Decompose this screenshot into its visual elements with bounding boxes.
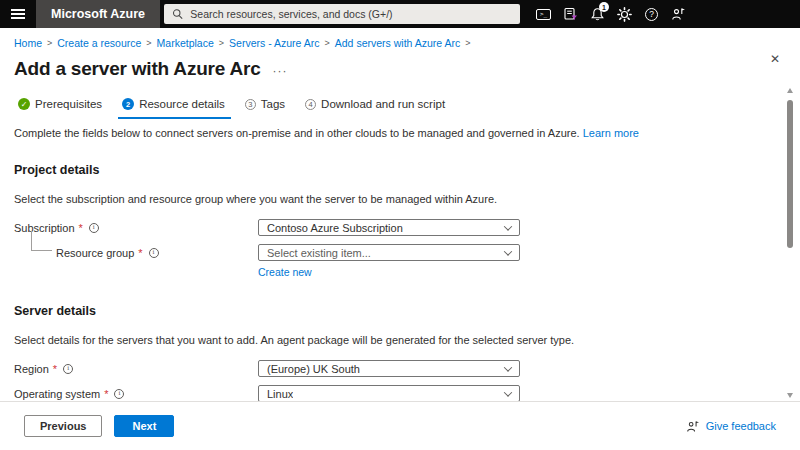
step-label: Tags xyxy=(261,98,285,110)
chevron-down-icon xyxy=(504,247,512,255)
intro-sentence: Complete the fields below to connect ser… xyxy=(14,127,580,139)
close-icon[interactable]: ✕ xyxy=(770,52,780,66)
previous-button[interactable]: Previous xyxy=(24,415,102,437)
region-field-row: Region* i (Europe) UK South xyxy=(14,360,786,377)
brand-title[interactable]: Microsoft Azure xyxy=(36,0,160,28)
learn-more-link[interactable]: Learn more xyxy=(583,127,639,139)
intro-text: Complete the fields below to connect ser… xyxy=(14,127,786,139)
resource-group-field-row: Resource group* i Select existing item..… xyxy=(14,244,786,261)
tab-prerequisites[interactable]: ✓ Prerequisites xyxy=(14,96,108,119)
step-label: Prerequisites xyxy=(35,98,102,110)
tab-tags[interactable]: 3 Tags xyxy=(241,96,291,119)
project-details-heading: Project details xyxy=(14,163,786,177)
breadcrumb-add-servers-with-azure-arc[interactable]: Add servers with Azure Arc xyxy=(335,37,460,49)
top-bar: Microsoft Azure >_ 1 ? xyxy=(0,0,800,28)
chevron-down-icon xyxy=(504,222,512,230)
info-icon[interactable]: i xyxy=(114,389,124,399)
required-asterisk: * xyxy=(104,388,108,400)
required-asterisk: * xyxy=(79,222,83,234)
feedback-button[interactable] xyxy=(665,1,692,27)
directories-subscriptions-button[interactable] xyxy=(557,1,584,27)
server-details-description: Select details for the servers that you … xyxy=(14,334,786,346)
global-search[interactable] xyxy=(164,4,520,24)
chevron-down-icon xyxy=(504,363,512,371)
breadcrumb-marketplace[interactable]: Marketplace xyxy=(157,37,214,49)
breadcrumb-separator: > xyxy=(219,38,224,48)
tree-connector-line xyxy=(31,231,52,251)
breadcrumb-create-a-resource[interactable]: Create a resource xyxy=(57,37,141,49)
breadcrumb-servers-azure-arc[interactable]: Servers - Azure Arc xyxy=(229,37,319,49)
info-icon[interactable]: i xyxy=(149,248,159,258)
subscription-value: Contoso Azure Subscription xyxy=(267,222,403,234)
scrollbar-track[interactable] xyxy=(785,93,795,393)
feedback-person-icon xyxy=(686,420,700,433)
breadcrumb-separator: > xyxy=(325,38,330,48)
tab-resource-details[interactable]: 2 Resource details xyxy=(118,96,231,119)
operating-system-dropdown[interactable]: Linux xyxy=(258,385,520,402)
scroll-down-arrow-icon[interactable] xyxy=(787,393,793,398)
cloud-shell-icon: >_ xyxy=(536,9,551,20)
help-button[interactable]: ? xyxy=(638,1,665,27)
breadcrumb-separator: > xyxy=(146,38,151,48)
breadcrumb-separator: > xyxy=(47,38,52,48)
gear-icon xyxy=(617,7,632,22)
resource-group-dropdown[interactable]: Select existing item... xyxy=(258,244,520,261)
operating-system-field-row: Operating system* i Linux xyxy=(14,385,786,402)
operating-system-label: Operating system* i xyxy=(14,388,258,400)
region-label: Region* i xyxy=(14,363,258,375)
cloud-shell-button[interactable]: >_ xyxy=(530,1,557,27)
notifications-button[interactable]: 1 xyxy=(584,1,611,27)
step-label: Download and run script xyxy=(321,98,445,110)
next-button[interactable]: Next xyxy=(114,415,174,437)
step-number: 3 xyxy=(245,99,256,110)
info-icon[interactable]: i xyxy=(63,364,73,374)
wizard-steps: ✓ Prerequisites 2 Resource details 3 Tag… xyxy=(0,80,800,119)
subscription-field-row: Subscription* i Contoso Azure Subscripti… xyxy=(14,219,786,236)
give-feedback-link[interactable]: Give feedback xyxy=(686,420,776,433)
vertical-scrollbar xyxy=(785,88,795,398)
project-details-fields: Subscription* i Contoso Azure Subscripti… xyxy=(14,219,786,280)
chevron-down-icon xyxy=(504,388,512,396)
step-number: 4 xyxy=(305,99,316,110)
breadcrumb-separator: > xyxy=(465,38,470,48)
directory-filter-icon xyxy=(563,7,578,21)
hamburger-menu-icon[interactable] xyxy=(0,0,36,28)
azure-portal: Microsoft Azure >_ 1 ? xyxy=(0,0,800,450)
required-asterisk: * xyxy=(138,247,142,259)
step-label: Resource details xyxy=(139,98,225,110)
subscription-dropdown[interactable]: Contoso Azure Subscription xyxy=(258,219,520,236)
search-icon xyxy=(172,8,183,20)
wizard-footer: Previous Next Give feedback xyxy=(0,401,800,450)
search-input[interactable] xyxy=(190,8,512,20)
region-value: (Europe) UK South xyxy=(267,363,360,375)
breadcrumb: Home > Create a resource > Marketplace >… xyxy=(0,28,800,49)
more-options-icon[interactable]: ··· xyxy=(273,61,288,77)
page-title: Add a server with Azure Arc xyxy=(14,58,261,80)
scrollbar-thumb[interactable] xyxy=(787,100,793,248)
step-complete-check-icon: ✓ xyxy=(18,98,30,110)
breadcrumb-home[interactable]: Home xyxy=(14,37,42,49)
tab-download-and-run-script[interactable]: 4 Download and run script xyxy=(301,96,451,119)
region-label-text: Region xyxy=(14,363,49,375)
operating-system-label-text: Operating system xyxy=(14,388,100,400)
topbar-icons: >_ 1 ? xyxy=(530,1,692,27)
project-details-description: Select the subscription and resource gro… xyxy=(14,193,786,205)
info-icon[interactable]: i xyxy=(89,223,99,233)
notification-badge: 1 xyxy=(599,2,609,12)
give-feedback-label[interactable]: Give feedback xyxy=(706,420,776,432)
step-number: 2 xyxy=(122,98,134,110)
help-icon: ? xyxy=(645,8,658,21)
resource-group-label-text: Resource group xyxy=(56,247,134,259)
feedback-person-icon xyxy=(671,7,686,21)
required-asterisk: * xyxy=(53,363,57,375)
title-row: Add a server with Azure Arc ··· xyxy=(0,49,800,80)
operating-system-value: Linux xyxy=(267,388,293,400)
main-content: Complete the fields below to connect ser… xyxy=(0,119,800,402)
region-dropdown[interactable]: (Europe) UK South xyxy=(258,360,520,377)
settings-button[interactable] xyxy=(611,1,638,27)
server-details-heading: Server details xyxy=(14,304,786,318)
server-details-fields: Region* i (Europe) UK South Operating sy… xyxy=(14,360,786,402)
create-new-link[interactable]: Create new xyxy=(258,266,312,278)
resource-group-placeholder: Select existing item... xyxy=(267,247,371,259)
